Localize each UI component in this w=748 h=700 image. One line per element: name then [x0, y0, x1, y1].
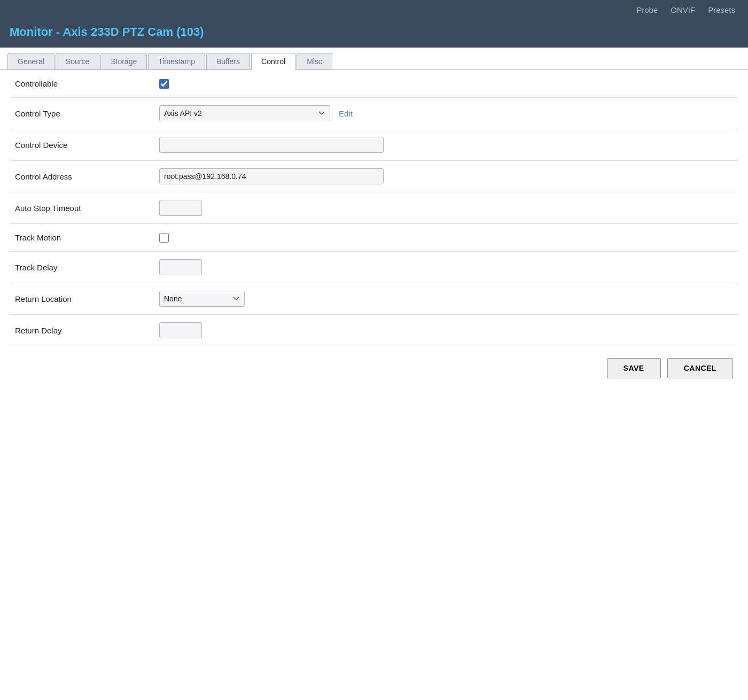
row-control-device: Control Device [10, 129, 738, 161]
control-track-motion [159, 233, 738, 243]
input-auto-stop-timeout[interactable] [159, 200, 202, 216]
row-controllable: Controllable [10, 70, 738, 98]
control-control-address [159, 168, 738, 184]
input-control-device[interactable] [159, 137, 384, 153]
row-return-delay: Return Delay [10, 315, 738, 346]
page-title: Monitor - Axis 233D PTZ Cam (103) [0, 20, 748, 48]
tab-control[interactable]: Control [251, 53, 295, 70]
label-controllable: Controllable [10, 79, 159, 88]
row-track-motion: Track Motion [10, 224, 738, 252]
label-auto-stop-timeout: Auto Stop Timeout [10, 204, 159, 213]
label-track-delay: Track Delay [10, 263, 159, 272]
label-return-location: Return Location [10, 294, 159, 304]
nav-probe[interactable]: Probe [636, 5, 658, 14]
button-row: SAVE CANCEL [10, 346, 738, 384]
tab-storage[interactable]: Storage [100, 53, 147, 70]
nav-onvif[interactable]: ONVIF [671, 5, 695, 14]
control-controllable [159, 79, 738, 89]
label-control-device: Control Device [10, 141, 159, 150]
control-auto-stop-timeout [159, 200, 738, 216]
control-control-device [159, 137, 738, 153]
save-button[interactable]: SAVE [607, 358, 661, 378]
label-control-address: Control Address [10, 172, 159, 181]
select-control-type[interactable]: Axis API v2 ONVIF Pan/Tilt/Zoom Pelco-D … [159, 105, 330, 121]
nav-presets[interactable]: Presets [708, 5, 735, 14]
row-return-location: Return Location None Preset 1 Preset 2 P… [10, 283, 738, 315]
row-control-address: Control Address [10, 161, 738, 192]
tab-timestamp[interactable]: Timestamp [148, 53, 205, 70]
tab-bar: General Source Storage Timestamp Buffers… [0, 48, 748, 69]
tab-buffers[interactable]: Buffers [206, 53, 250, 70]
input-control-address[interactable] [159, 168, 384, 184]
label-track-motion: Track Motion [10, 233, 159, 242]
control-return-location: None Preset 1 Preset 2 Preset 3 [159, 291, 738, 307]
input-return-delay[interactable] [159, 322, 202, 338]
tab-general[interactable]: General [7, 53, 54, 70]
checkbox-controllable[interactable] [159, 79, 169, 89]
control-control-type: Axis API v2 ONVIF Pan/Tilt/Zoom Pelco-D … [159, 105, 738, 121]
row-track-delay: Track Delay [10, 252, 738, 283]
form-content: Controllable Control Type Axis API v2 ON… [0, 69, 748, 394]
input-track-delay[interactable] [159, 259, 202, 275]
row-control-type: Control Type Axis API v2 ONVIF Pan/Tilt/… [10, 98, 738, 129]
control-track-delay [159, 259, 738, 275]
label-return-delay: Return Delay [10, 326, 159, 335]
cancel-button[interactable]: CANCEL [667, 358, 733, 378]
tab-source[interactable]: Source [56, 53, 99, 70]
select-return-location[interactable]: None Preset 1 Preset 2 Preset 3 [159, 291, 245, 307]
tab-misc[interactable]: Misc [297, 53, 332, 70]
top-nav: Probe ONVIF Presets [0, 0, 748, 20]
checkbox-track-motion[interactable] [159, 233, 169, 243]
label-control-type: Control Type [10, 109, 159, 118]
control-return-delay [159, 322, 738, 338]
edit-link[interactable]: Edit [339, 109, 353, 118]
row-auto-stop-timeout: Auto Stop Timeout [10, 192, 738, 224]
